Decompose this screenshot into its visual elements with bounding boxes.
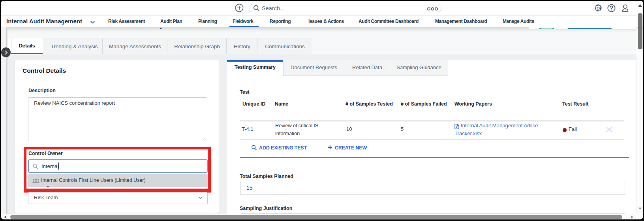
svg-text:x: x [455,125,457,129]
